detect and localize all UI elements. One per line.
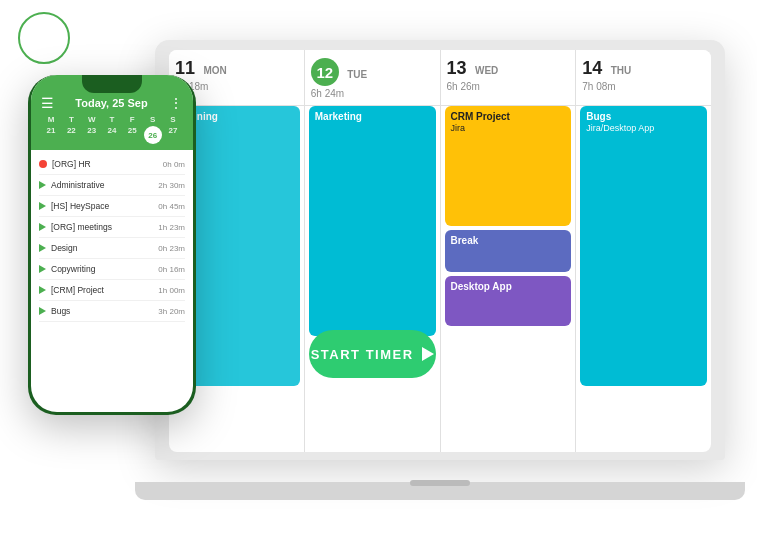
week-day-5[interactable]: S 26 [143,115,163,144]
play-icon [39,244,46,252]
calendar-header: 11 MON 6h 18m 12 TUE 6h 24m 13 WED 6h [169,50,711,106]
item-time: 0h 45m [158,202,185,211]
week-day-3[interactable]: T 24 [102,115,122,144]
cal-col-header-tue: 12 TUE 6h 24m [305,50,441,105]
item-name: Copywriting [51,264,158,274]
cal-hours-tue: 6h 24m [311,88,434,99]
play-icon [39,307,46,315]
laptop-notch [410,480,470,486]
item-time: 0h 23m [158,244,185,253]
item-name: Administrative [51,180,158,190]
laptop-base [135,482,745,500]
event-crm-sub: Jira [451,123,466,133]
play-icon [39,202,46,210]
week-day-4[interactable]: F 25 [122,115,142,144]
list-item[interactable]: Administrative 2h 30m [39,175,185,196]
list-item[interactable]: [HS] HeySpace 0h 45m [39,196,185,217]
item-time: 2h 30m [158,181,185,190]
phone-wrapper: ☰ Today, 25 Sep ⋮ M 21 T 22 W 23 [28,75,196,415]
laptop-body: 11 MON 6h 18m 12 TUE 6h 24m 13 WED 6h [155,40,725,460]
item-time: 0h 16m [158,265,185,274]
cal-day-name-mon: MON [203,65,226,76]
play-icon [422,347,434,361]
event-bugs-sub: Jira/Desktop App [586,123,654,133]
cal-day-num-wed: 13 [447,58,467,79]
phone-notch [82,75,142,93]
start-timer-label: START TIMER [311,347,414,362]
cal-day-name-tue: TUE [347,69,367,80]
laptop-screen: 11 MON 6h 18m 12 TUE 6h 24m 13 WED 6h [169,50,711,452]
play-icon [39,286,46,294]
item-name: [CRM] Project [51,285,158,295]
hamburger-icon[interactable]: ☰ [41,95,54,111]
event-break: Break [445,230,572,272]
week-day-1[interactable]: T 22 [61,115,81,144]
item-time: 0h 0m [163,160,185,169]
phone-date-title: Today, 25 Sep [75,97,147,109]
week-day-2[interactable]: W 23 [82,115,102,144]
play-icon [39,223,46,231]
week-day-6[interactable]: S 27 [163,115,183,144]
cal-day-num-thu: 14 [582,58,602,79]
deco-circle [18,12,70,64]
play-icon [39,181,46,189]
phone-week-row: M 21 T 22 W 23 T 24 [41,115,183,144]
item-name: Bugs [51,306,158,316]
item-time: 1h 00m [158,286,185,295]
cal-day-name-wed: WED [475,65,498,76]
cal-day-name-thu: THU [611,65,632,76]
cal-day-num-tue: 12 [311,58,339,86]
calendar-body: Training Marketing START TIMER [169,106,711,452]
cal-col-thu: Bugs Jira/Desktop App [576,106,711,452]
week-day-0[interactable]: M 21 [41,115,61,144]
event-crm-project: CRM Project Jira [445,106,572,226]
calendar: 11 MON 6h 18m 12 TUE 6h 24m 13 WED 6h [169,50,711,452]
cal-col-header-wed: 13 WED 6h 26m [441,50,577,105]
laptop-wrapper: 11 MON 6h 18m 12 TUE 6h 24m 13 WED 6h [155,40,725,500]
cal-hours-thu: 7h 08m [582,81,705,92]
list-item[interactable]: [CRM] Project 1h 00m [39,280,185,301]
list-item[interactable]: [ORG] meetings 1h 23m [39,217,185,238]
item-time: 1h 23m [158,223,185,232]
item-name: Design [51,243,158,253]
event-marketing: Marketing [309,106,436,336]
list-item[interactable]: Bugs 3h 20m [39,301,185,322]
cal-col-tue: Marketing START TIMER [305,106,441,452]
item-time: 3h 20m [158,307,185,316]
list-item[interactable]: Design 0h 23m [39,238,185,259]
item-name: [ORG] HR [52,159,163,169]
play-icon [39,265,46,273]
more-icon[interactable]: ⋮ [169,95,183,111]
item-name: [HS] HeySpace [51,201,158,211]
phone-body: ☰ Today, 25 Sep ⋮ M 21 T 22 W 23 [28,75,196,415]
phone-task-list: [ORG] HR 0h 0m Administrative 2h 30m [HS… [31,150,193,326]
phone-screen: ☰ Today, 25 Sep ⋮ M 21 T 22 W 23 [31,75,193,412]
list-item[interactable]: [ORG] HR 0h 0m [39,154,185,175]
start-timer-button[interactable]: START TIMER [309,330,436,378]
phone-top-row: ☰ Today, 25 Sep ⋮ [41,95,183,111]
event-desktop-app: Desktop App [445,276,572,326]
cal-col-wed: CRM Project Jira Break Desktop App [441,106,577,452]
dot-icon [39,160,47,168]
cal-hours-wed: 6h 26m [447,81,570,92]
list-item[interactable]: Copywriting 0h 16m [39,259,185,280]
item-name: [ORG] meetings [51,222,158,232]
event-bugs: Bugs Jira/Desktop App [580,106,707,386]
cal-col-header-thu: 14 THU 7h 08m [576,50,711,105]
